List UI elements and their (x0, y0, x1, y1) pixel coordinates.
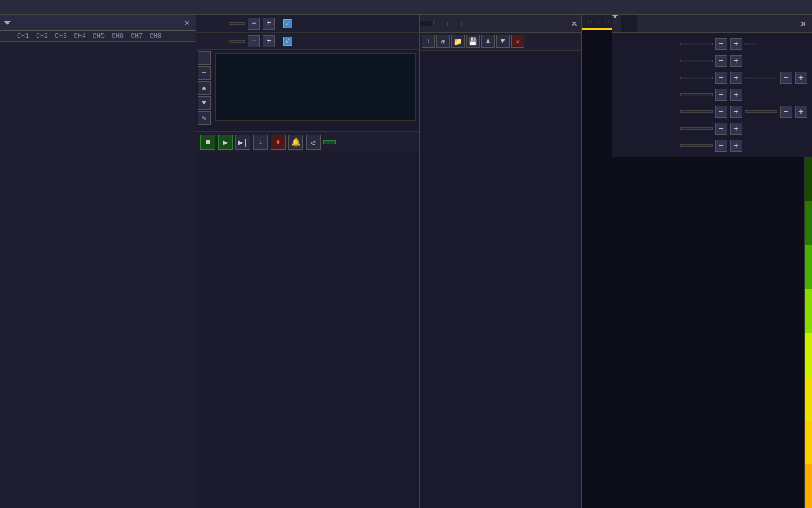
svg-rect-0 (216, 54, 415, 120)
highlight-row: − + − + (616, 104, 808, 119)
hl1-decrement-button[interactable]: − (715, 106, 727, 118)
octave-value (229, 22, 245, 25)
inst-add-button[interactable]: + (422, 35, 435, 48)
instrument-none[interactable] (420, 51, 581, 54)
follow-orders-checkbox[interactable]: ✓ (283, 19, 292, 28)
inst-duplicate-button[interactable]: ⊕ (436, 35, 450, 48)
step-increment-button[interactable]: + (263, 35, 275, 47)
level-meter (804, 157, 812, 508)
follow-pattern-checkbox[interactable]: ✓ (283, 37, 292, 46)
side-tool-button[interactable]: ✎ (198, 111, 211, 125)
menu-settings[interactable] (30, 6, 35, 9)
speed-increment-button[interactable]: + (730, 55, 742, 67)
tick-rate-row: − + (616, 37, 808, 51)
instruments-list (420, 51, 581, 508)
hl2-decrement-button[interactable]: − (780, 106, 792, 118)
sl-decrement-button[interactable]: − (715, 140, 727, 152)
side-minus-button[interactable]: − (198, 66, 211, 80)
divider-row: − + (616, 87, 808, 102)
side-add-button[interactable]: + (198, 51, 211, 65)
octave-decrement-button[interactable]: − (248, 18, 260, 30)
tick-rate-decrement-button[interactable]: − (715, 38, 727, 50)
orders-triangle-icon (4, 21, 11, 25)
ch3-header: CH3 (51, 32, 70, 41)
play-button[interactable]: ▶ (218, 135, 233, 150)
ch5-header: CH5 (89, 32, 108, 41)
inst-up-button[interactable]: ▲ (481, 35, 495, 48)
ch4-header: CH4 (70, 32, 89, 41)
poly-button[interactable] (323, 140, 336, 144)
menu-window[interactable] (43, 6, 49, 9)
next-pattern-button[interactable]: ▶| (235, 135, 250, 150)
song-info-close-button[interactable]: ✕ (794, 15, 812, 32)
side-down-button[interactable]: ▼ (198, 96, 211, 110)
tab-wavetables[interactable] (434, 22, 448, 26)
menu-file[interactable] (3, 6, 8, 9)
mute-button[interactable]: 🔔 (288, 135, 303, 150)
step-decrement-button[interactable]: − (248, 35, 260, 47)
level-seg-1 (805, 157, 812, 201)
ch7-header: CH7 (127, 32, 146, 41)
ch2-header: CH2 (32, 32, 51, 41)
instruments-close-button[interactable]: ✕ (568, 18, 581, 29)
level-seg-6 (805, 377, 812, 421)
song-length-value (680, 144, 713, 147)
tab-subsongs[interactable] (637, 15, 654, 32)
pl-decrement-button[interactable]: − (715, 123, 727, 135)
level-seg-4 (805, 289, 812, 333)
inst-save-button[interactable]: 💾 (466, 35, 480, 48)
highlight-value2 (745, 110, 777, 113)
inst-down-button[interactable]: ▼ (496, 35, 510, 48)
side-up-button[interactable]: ▲ (198, 81, 211, 95)
divider-value (680, 93, 713, 96)
hl1-increment-button[interactable]: + (730, 106, 742, 118)
speed-row: − + (616, 54, 808, 68)
orders-close-button[interactable]: ✕ (183, 17, 191, 28)
tab-speed[interactable] (654, 15, 671, 32)
tab-song-info[interactable] (621, 15, 637, 32)
vt2-decrement-button[interactable]: − (780, 72, 792, 84)
pl-increment-button[interactable]: + (730, 123, 742, 135)
orders-header: ✕ (0, 15, 196, 31)
ch6-header: CH6 (108, 32, 127, 41)
instruments-tabs: ✕ (420, 15, 581, 33)
vt2-increment-button[interactable]: + (795, 72, 807, 84)
row-num-header (0, 32, 14, 41)
middle-panel: − + ✓ − + ✓ + − ▲ ▼ ✎ (196, 15, 420, 508)
loop-button[interactable]: ↺ (306, 135, 321, 150)
tab-samples[interactable] (448, 22, 462, 26)
sl-increment-button[interactable]: + (730, 140, 742, 152)
step-value (229, 40, 245, 43)
virtual-tempo-row: − + − + (616, 70, 808, 85)
playback-controls: ■ ▶ ▶| ↓ ● 🔔 ↺ (196, 131, 419, 152)
play-pattern-button[interactable]: ↓ (253, 135, 268, 150)
octave-row: − + ✓ (196, 15, 419, 33)
inst-folder-button[interactable]: 📁 (451, 35, 465, 48)
orders-panel: ✕ CH1 CH2 CH3 CH4 CH5 CH6 CH7 CH8 (0, 15, 196, 508)
tab-instruments[interactable] (420, 21, 434, 26)
instruments-panel: ✕ + ⊕ 📁 💾 ▲ ▼ ✕ (420, 15, 582, 508)
dsp-header (582, 15, 612, 30)
level-seg-7 (805, 421, 812, 465)
octave-increment-button[interactable]: + (263, 18, 275, 30)
stop-button[interactable]: ■ (200, 135, 215, 150)
level-seg-3 (805, 245, 812, 289)
vt-decrement-button[interactable]: − (715, 72, 727, 84)
vt-increment-button[interactable]: + (730, 72, 742, 84)
pattern-length-value (680, 127, 713, 130)
hl2-increment-button[interactable]: + (795, 106, 807, 118)
divider-decrement-button[interactable]: − (715, 89, 727, 101)
speed-decrement-button[interactable]: − (715, 55, 727, 67)
record-button[interactable]: ● (271, 135, 286, 150)
tick-rate-increment-button[interactable]: + (730, 38, 742, 50)
tracker-area (582, 15, 612, 508)
highlight-value1 (680, 110, 713, 113)
inst-delete-button[interactable]: ✕ (511, 35, 524, 48)
menu-help[interactable] (57, 6, 62, 9)
follow-pattern-container: ✓ (283, 37, 295, 46)
menu-edit[interactable] (16, 6, 22, 9)
divider-increment-button[interactable]: + (730, 89, 742, 101)
waveform-display (215, 53, 416, 121)
preview-area (612, 157, 804, 508)
tick-rate-ntsc (745, 43, 757, 45)
